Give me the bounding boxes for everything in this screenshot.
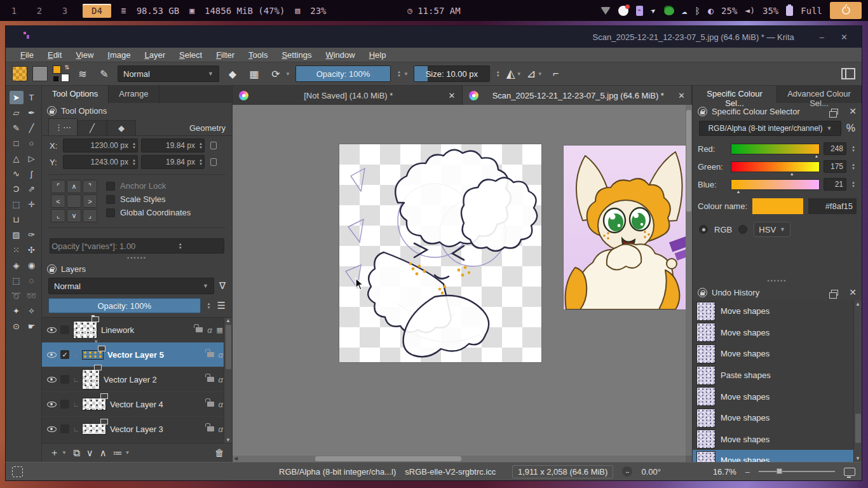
layer-opacity-slider[interactable]: Opacity: 100% bbox=[48, 298, 201, 313]
dynamic-brush-tool[interactable]: Ɔ bbox=[10, 182, 24, 196]
size-slider[interactable]: Size: 10.00 px bbox=[414, 65, 490, 82]
ellipse-select-tool[interactable]: ◌ bbox=[25, 274, 39, 287]
green-value-field[interactable]: 175 bbox=[824, 160, 846, 173]
hsv-radio[interactable] bbox=[738, 225, 747, 234]
scroll-left-icon[interactable]: ◀ bbox=[234, 456, 238, 461]
rotation-icon[interactable]: ↔ bbox=[622, 466, 632, 477]
background-color[interactable] bbox=[61, 74, 69, 82]
alpha-lock-icon[interactable]: α bbox=[219, 400, 223, 409]
scroll-down-icon[interactable]: ▼ bbox=[226, 437, 231, 443]
subtab-stroke[interactable]: ⋮⋯ bbox=[48, 118, 78, 135]
scrollbar-thumb[interactable] bbox=[855, 414, 861, 443]
y-position-field[interactable]: 1243.00 px ▲▼ bbox=[63, 155, 138, 169]
tab-tool-options[interactable]: Tool Options bbox=[42, 86, 109, 103]
wifi-icon[interactable] bbox=[600, 7, 611, 15]
shape-opacity-spinner[interactable]: ▲▼ bbox=[137, 242, 224, 250]
tab-scan-document[interactable]: Scan_2025-12-21_12-23-07_5.jpg (64.6 MiB… bbox=[463, 86, 693, 105]
layer-select-checkbox[interactable]: ✓ bbox=[60, 350, 69, 359]
close-button[interactable]: ✕ bbox=[841, 32, 848, 42]
float-docker-icon[interactable] bbox=[831, 109, 838, 114]
image-dimensions-button[interactable]: 1,911 x 2,058 (64.6 MiB) bbox=[512, 465, 613, 478]
polygon-tool[interactable]: △ bbox=[10, 152, 24, 165]
undo-item-selected[interactable]: Move shapes bbox=[693, 450, 862, 462]
menu-settings[interactable]: Settings bbox=[276, 49, 317, 61]
minimize-button[interactable]: – bbox=[820, 32, 824, 42]
menu-edit[interactable]: Edit bbox=[42, 49, 67, 61]
undo-item[interactable]: Move shapes bbox=[693, 301, 862, 322]
red-spinner[interactable]: ▲▼ bbox=[850, 145, 857, 152]
calligraphy-tool[interactable]: ✒ bbox=[25, 106, 39, 119]
layer-row-vector5[interactable]: ✓ ∟ Vector Layer 5 α bbox=[42, 342, 232, 367]
contiguous-select-tool[interactable]: ✦ bbox=[10, 304, 24, 318]
duplicate-layer-button[interactable]: ⧉ bbox=[73, 447, 80, 459]
chevron-down-icon[interactable]: ▼ bbox=[403, 71, 409, 77]
anchor-right[interactable]: > bbox=[83, 194, 97, 208]
telegram-icon[interactable]: ➤ bbox=[648, 5, 658, 17]
bluetooth-icon[interactable]: ᛒ bbox=[695, 6, 700, 16]
lock-docker-icon[interactable] bbox=[698, 288, 707, 297]
delete-layer-button[interactable]: 🗑 bbox=[215, 447, 224, 458]
visibility-icon[interactable] bbox=[47, 402, 57, 407]
menu-select[interactable]: Select bbox=[173, 49, 208, 61]
green-spinner[interactable]: ▲▼ bbox=[850, 163, 857, 170]
chevron-down-icon[interactable]: ▼ bbox=[285, 71, 290, 77]
lock-docker-icon[interactable] bbox=[698, 107, 707, 116]
close-docker-icon[interactable]: ✕ bbox=[849, 106, 857, 116]
visibility-icon[interactable] bbox=[47, 377, 57, 383]
undo-item[interactable]: Move shapes bbox=[693, 343, 862, 365]
opacity-spinner[interactable]: ▲▼ bbox=[396, 70, 402, 78]
subtab-line[interactable]: ╱ bbox=[78, 120, 107, 135]
canvas-horizontal-scrollbar[interactable]: ◀ bbox=[233, 456, 686, 462]
app-tray-icon[interactable] bbox=[664, 6, 674, 15]
inherit-alpha-icon[interactable]: ▦ bbox=[217, 326, 223, 334]
brush-editor-icon[interactable]: ✎ bbox=[96, 68, 112, 80]
layer-select-checkbox[interactable] bbox=[60, 424, 69, 433]
scrollbar-thumb[interactable] bbox=[315, 456, 461, 461]
bezier-curve-tool[interactable]: ∿ bbox=[10, 167, 24, 180]
paste-size-icon[interactable] bbox=[210, 158, 217, 166]
move-layer-up-button[interactable]: ∧ bbox=[100, 447, 107, 459]
close-docker-icon[interactable]: ✕ bbox=[849, 287, 857, 297]
close-tab-icon[interactable]: ✕ bbox=[449, 91, 456, 100]
opacity-slider[interactable]: Opacity: 100% bbox=[295, 65, 391, 82]
y-spinner[interactable]: ▲▼ bbox=[131, 158, 137, 166]
blue-value-field[interactable]: 21 bbox=[824, 178, 846, 191]
anchor-top-right[interactable]: ⌝ bbox=[83, 180, 97, 193]
visibility-icon[interactable] bbox=[47, 426, 57, 432]
workspace-chooser-icon[interactable] bbox=[841, 68, 855, 79]
smart-patch-tool[interactable]: ✣ bbox=[25, 243, 39, 257]
anchor-left[interactable]: < bbox=[51, 194, 65, 208]
text-tool[interactable]: T bbox=[25, 91, 39, 104]
line-tool[interactable]: ╱ bbox=[25, 121, 39, 135]
layer-select-checkbox[interactable] bbox=[60, 400, 69, 409]
discord-icon[interactable] bbox=[618, 6, 628, 16]
undo-scrollbar[interactable]: ▲ ▼ bbox=[853, 301, 862, 462]
menu-tools[interactable]: Tools bbox=[243, 49, 273, 61]
layer-row-vector2[interactable]: ∟ Vector Layer 2 α bbox=[42, 367, 232, 392]
pattern-chooser[interactable] bbox=[32, 66, 48, 81]
scroll-down-icon[interactable]: ▼ bbox=[855, 456, 860, 461]
alpha-lock-icon[interactable]: α bbox=[219, 350, 223, 360]
crop-icon[interactable]: ⌐ bbox=[548, 68, 564, 79]
default-colors[interactable] bbox=[53, 76, 58, 81]
blue-slider[interactable]: ▲ bbox=[731, 179, 820, 190]
move-layer-down-button[interactable]: ∨ bbox=[86, 447, 93, 459]
canvas-viewport[interactable]: ◀ bbox=[233, 105, 692, 462]
layer-row-vector4[interactable]: ∟ Vector Layer 4 α bbox=[42, 392, 232, 417]
volume-icon[interactable]: ◄) bbox=[745, 6, 755, 15]
similar-select-tool[interactable]: ✧ bbox=[25, 304, 39, 318]
eraser-mode-icon[interactable]: ◆ bbox=[224, 68, 241, 80]
subtab-fill[interactable]: ◆ bbox=[107, 120, 136, 135]
canvas-vertical-scrollbar[interactable] bbox=[686, 105, 692, 456]
blend-mode-select[interactable]: Normal ▼ bbox=[118, 65, 219, 82]
add-layer-button[interactable]: ＋ bbox=[50, 447, 59, 459]
charging-icon[interactable] bbox=[636, 6, 643, 16]
layer-properties-button[interactable]: ≔ bbox=[113, 447, 123, 459]
alpha-lock-icon[interactable]: α bbox=[219, 375, 223, 384]
anchor-top-left[interactable]: ⌜ bbox=[51, 180, 65, 193]
layers-menu-icon[interactable]: ☰ bbox=[217, 300, 226, 311]
move-tool[interactable]: ✛ bbox=[25, 198, 39, 211]
layer-select-checkbox[interactable] bbox=[60, 375, 69, 384]
layer-blend-mode-select[interactable]: Normal ▼ bbox=[48, 278, 214, 294]
lock-layer-icon[interactable] bbox=[196, 327, 203, 332]
